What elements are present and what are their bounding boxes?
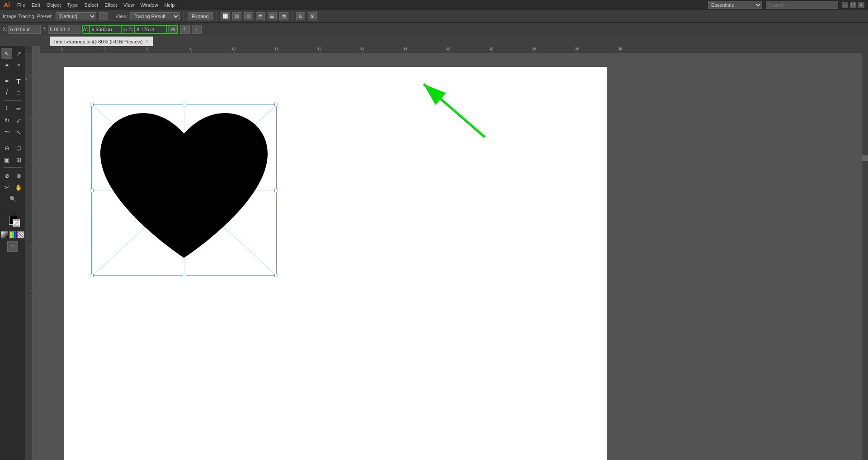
align-center-v-button[interactable]: ⬓ xyxy=(268,12,277,20)
lasso-tool-button[interactable]: ⌖ xyxy=(13,60,24,71)
vertical-ruler: 2 xyxy=(25,53,33,460)
menu-help[interactable]: Help xyxy=(165,2,175,8)
x-input[interactable]: 6.0486 in xyxy=(8,25,41,34)
svg-text:20: 20 xyxy=(446,47,450,51)
tab-close-button[interactable]: × xyxy=(146,39,148,44)
svg-text:22: 22 xyxy=(489,47,493,51)
view-dropdown[interactable]: Tracing Result xyxy=(130,12,180,20)
preset-label: Preset: xyxy=(37,14,53,19)
gradient-mode-button[interactable] xyxy=(9,231,16,238)
menu-effect[interactable]: Effect xyxy=(104,2,117,8)
svg-text:10: 10 xyxy=(231,47,236,51)
menu-select[interactable]: Select xyxy=(84,2,98,8)
svg-text:28: 28 xyxy=(618,47,622,51)
scale-tool-button[interactable]: ⤢ xyxy=(13,115,24,126)
h-label: H: xyxy=(128,27,133,32)
h-group: H: 8.125 in xyxy=(128,25,167,34)
image-tracing-label: Image Tracing xyxy=(3,14,34,19)
tool-row-2: ✦ ⌖ xyxy=(1,60,24,71)
pen-tool-button[interactable]: ✒ xyxy=(1,76,12,86)
h-input[interactable]: 8.125 in xyxy=(134,25,167,34)
svg-text:14: 14 xyxy=(317,47,321,51)
heart-shape xyxy=(91,104,277,276)
tool-row-5: ⌇ ✏ xyxy=(1,103,24,114)
rotate-button[interactable]: ↻ xyxy=(180,25,190,34)
right-scrollbar-thumb[interactable] xyxy=(862,155,868,161)
canvas-scroll-area[interactable] xyxy=(33,53,862,460)
tab-bar: heart-earrings.ai @ 80% (RGB/Preview) × xyxy=(0,36,868,46)
tool-row-6: ↻ ⤢ xyxy=(1,115,24,126)
search-input[interactable] xyxy=(766,1,838,9)
perspective-tool-button[interactable]: ⬡ xyxy=(13,142,24,153)
normal-draw-button[interactable]: □ xyxy=(7,241,18,252)
hand-tool-button[interactable]: ✋ xyxy=(13,182,24,193)
x-label: X: xyxy=(3,27,7,32)
rectangle-tool-button[interactable]: □ xyxy=(13,87,24,98)
tool-row-10: ⊘ ⊗ xyxy=(1,170,24,181)
distribute-v-button[interactable]: ⊠ xyxy=(308,12,317,20)
paintbrush-tool-button[interactable]: ⌇ xyxy=(1,103,12,114)
menu-edit[interactable]: Edit xyxy=(32,2,40,8)
preset-options-button[interactable]: ⋯ xyxy=(99,12,108,20)
menu-type[interactable]: Type xyxy=(67,2,78,8)
preset-dropdown[interactable]: [Default] xyxy=(56,12,96,20)
tool-separator-1 xyxy=(4,73,22,73)
menu-file[interactable]: File xyxy=(17,2,25,8)
menu-view[interactable]: View xyxy=(123,2,134,8)
selection-tool-button[interactable]: ↖ xyxy=(1,48,12,59)
pencil-tool-button[interactable]: ✏ xyxy=(13,103,24,114)
reflect-button[interactable]: ↕ xyxy=(192,25,202,34)
close-button[interactable]: ✕ xyxy=(858,2,864,8)
color-swatches[interactable] xyxy=(5,211,21,228)
blend-tool-button[interactable]: ⊗ xyxy=(13,170,24,181)
properties-bar: X: 6.0486 in Y: 5.0833 in W: 9.9583 in ∞… xyxy=(0,23,868,36)
stroke-swatch[interactable] xyxy=(13,219,20,227)
color-mode-button[interactable] xyxy=(1,231,8,238)
distribute-h-button[interactable]: ⊟ xyxy=(296,12,305,20)
align-center-h-button[interactable]: ▥ xyxy=(232,12,241,20)
restore-button[interactable]: ❐ xyxy=(850,2,856,8)
tool-row-8: ⊕ ⬡ xyxy=(1,142,24,153)
expand-button[interactable]: Expand xyxy=(188,12,212,20)
shape-builder-tool-button[interactable]: ⊕ xyxy=(1,142,12,153)
align-left-button[interactable]: ⬜ xyxy=(221,12,230,20)
type-tool-button[interactable]: T xyxy=(13,76,24,86)
free-transform-tool-button[interactable]: ⤡ xyxy=(13,127,24,138)
rotate-tool-button[interactable]: ↻ xyxy=(1,115,12,126)
magic-wand-tool-button[interactable]: ✦ xyxy=(1,60,12,71)
scissors-tool-button[interactable]: ✂ xyxy=(1,182,12,193)
zoom-tool-button[interactable]: 🔍 xyxy=(7,194,18,204)
menu-object[interactable]: Object xyxy=(47,2,61,8)
menu-bar[interactable]: File Edit Object Type Select Effect View… xyxy=(17,2,175,8)
warp-tool-button[interactable]: 〜 xyxy=(1,127,12,138)
w-input[interactable]: 9.9583 in xyxy=(89,25,122,34)
ruler-corner xyxy=(25,46,33,53)
divider1 xyxy=(112,12,112,21)
align-right-button[interactable]: ▧ xyxy=(244,12,253,20)
no-fill-button[interactable] xyxy=(17,231,24,238)
menu-window[interactable]: Window xyxy=(141,2,158,8)
window-controls: — ❐ ✕ xyxy=(842,2,864,8)
tool-row-3: ✒ T xyxy=(1,76,24,86)
tool-separator-2 xyxy=(4,100,22,101)
direct-selection-tool-button[interactable]: ↗ xyxy=(13,48,24,59)
line-tool-button[interactable]: / xyxy=(1,87,12,98)
tool-separator-5 xyxy=(4,207,22,207)
app-logo: Ai xyxy=(4,1,10,9)
essentials-dropdown[interactable]: Essentials xyxy=(708,1,762,9)
tool-separator-4 xyxy=(4,167,22,168)
heart-object-container[interactable] xyxy=(91,104,277,276)
gradient-tool-button[interactable]: ▣ xyxy=(1,154,12,165)
svg-text:18: 18 xyxy=(403,47,407,51)
wh-group-wrapper: W: 9.9583 in ∞ H: 8.125 in ⊗ xyxy=(82,25,178,34)
title-bar: Ai File Edit Object Type Select Effect V… xyxy=(0,0,868,10)
eyedropper-tool-button[interactable]: ⊘ xyxy=(1,170,12,181)
document-tab[interactable]: heart-earrings.ai @ 80% (RGB/Preview) × xyxy=(50,36,153,46)
minimize-button[interactable]: — xyxy=(842,2,848,8)
constrain-proportions-button[interactable]: ⊗ xyxy=(168,25,178,34)
align-bottom-button[interactable]: ⬔ xyxy=(279,12,288,20)
y-input[interactable]: 5.0833 in xyxy=(48,25,80,34)
mesh-tool-button[interactable]: ⊞ xyxy=(13,154,24,165)
tool-row-12: 🔍 xyxy=(7,194,18,204)
align-top-button[interactable]: ⬒ xyxy=(256,12,265,20)
